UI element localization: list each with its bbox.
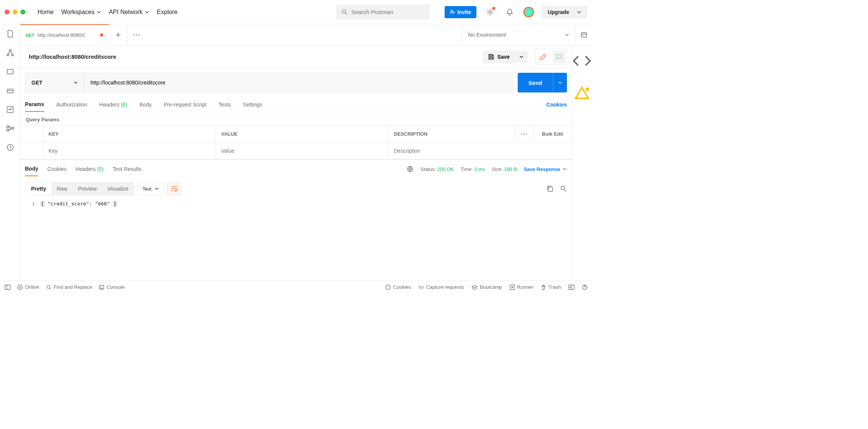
method-label: GET: [31, 80, 42, 86]
response-view-segment: Pretty Raw Preview Visualize: [25, 182, 134, 196]
request-tab[interactable]: GET http://localhost:8080/c: [20, 24, 109, 45]
search-response-icon[interactable]: [560, 185, 567, 192]
save-label: Save: [497, 54, 510, 60]
history-icon[interactable]: [6, 143, 14, 152]
maximize-window-icon[interactable]: [20, 9, 25, 14]
nav-home[interactable]: Home: [37, 9, 54, 16]
antenna-icon: [418, 285, 424, 290]
tab-authorization[interactable]: Authorization: [56, 97, 87, 112]
nav-api-network[interactable]: API Network: [109, 9, 149, 16]
view-raw[interactable]: Raw: [52, 183, 73, 195]
tab-params[interactable]: Params: [25, 97, 44, 112]
sb-trash[interactable]: Trash: [541, 284, 561, 290]
svg-point-13: [133, 34, 134, 35]
sb-runner[interactable]: Runner: [510, 284, 534, 290]
tab-more-button[interactable]: [127, 24, 145, 45]
panel-icon: [5, 285, 11, 290]
globe-icon[interactable]: [407, 166, 414, 172]
upgrade-button[interactable]: Upgrade: [542, 6, 587, 19]
info-icon[interactable]: [572, 84, 592, 104]
network-icon[interactable]: [6, 49, 14, 57]
cookies-link[interactable]: Cookies: [546, 102, 567, 108]
nav-explore[interactable]: Explore: [157, 9, 177, 16]
avatar[interactable]: [523, 7, 534, 17]
sb-cookies[interactable]: Cookies: [386, 284, 411, 290]
params-check-cell[interactable]: [20, 142, 43, 159]
notifications-button[interactable]: [504, 6, 516, 18]
sb-layout-button[interactable]: [568, 284, 575, 290]
edit-button[interactable]: [537, 51, 549, 63]
invite-button[interactable]: Invite: [445, 6, 477, 18]
chevron-down-icon: [577, 10, 581, 14]
params-table: KEY VALUE DESCRIPTION Bulk Edit: [20, 125, 571, 160]
environment-selector[interactable]: No Environment: [462, 24, 575, 45]
svg-point-29: [387, 287, 388, 287]
tab-prerequest[interactable]: Pre-request Script: [164, 97, 206, 112]
sb-console[interactable]: Console: [99, 284, 125, 290]
close-window-icon[interactable]: [5, 9, 9, 14]
send-dropdown-button[interactable]: [553, 73, 567, 92]
param-value-input[interactable]: [221, 148, 383, 154]
chevron-down-icon: [155, 186, 159, 191]
response-line: { "credit_score": "668" }: [40, 201, 117, 279]
sb-capture[interactable]: Capture requests: [418, 284, 464, 290]
sb-help-button[interactable]: [582, 284, 587, 290]
tab-tests[interactable]: Tests: [219, 97, 231, 112]
bulk-edit-button[interactable]: Bulk Edit: [534, 126, 571, 142]
format-selector[interactable]: Text: [137, 183, 164, 195]
tab-settings[interactable]: Settings: [243, 97, 262, 112]
url-input[interactable]: [84, 73, 513, 92]
mock-icon[interactable]: [6, 86, 14, 95]
nav-workspaces[interactable]: Workspaces: [61, 9, 101, 16]
wrap-lines-button[interactable]: [167, 182, 181, 196]
save-response-button[interactable]: Save Response: [524, 166, 567, 172]
save-response-label: Save Response: [524, 166, 560, 172]
sb-panel-button[interactable]: [5, 285, 11, 290]
comment-button[interactable]: [553, 51, 565, 63]
tab-headers[interactable]: Headers (6): [99, 97, 127, 112]
send-button[interactable]: Send: [518, 73, 553, 92]
more-horizontal-icon: [133, 34, 140, 36]
sb-bootcamp[interactable]: Bootcamp: [471, 284, 502, 290]
save-button[interactable]: Save: [483, 50, 515, 63]
monitor-icon[interactable]: [6, 105, 14, 114]
save-dropdown-button[interactable]: [515, 51, 528, 63]
tab-body[interactable]: Body: [139, 97, 151, 112]
file-icon[interactable]: [6, 30, 14, 38]
resp-tab-headers[interactable]: Headers (5): [76, 166, 104, 176]
more-horizontal-icon: [521, 133, 527, 135]
chevron-down-icon: [73, 80, 78, 85]
response-body[interactable]: 1 { "credit_score": "668" }: [20, 199, 571, 280]
param-desc-input[interactable]: [394, 148, 566, 154]
new-tab-button[interactable]: [109, 24, 127, 45]
params-more-button[interactable]: [515, 126, 534, 142]
minimize-window-icon[interactable]: [12, 9, 17, 14]
params-check-header: [20, 126, 43, 142]
flow-icon[interactable]: [6, 124, 14, 133]
save-icon: [488, 54, 494, 60]
view-preview[interactable]: Preview: [73, 183, 102, 195]
sb-capture-label: Capture requests: [426, 284, 464, 290]
view-visualize[interactable]: Visualize: [102, 183, 134, 195]
method-selector[interactable]: GET: [25, 73, 84, 92]
sb-online[interactable]: Online: [17, 284, 39, 290]
env-icon[interactable]: [6, 67, 14, 76]
graduation-icon: [471, 285, 478, 290]
env-quicklook-button[interactable]: [575, 24, 592, 45]
svg-point-1: [451, 10, 453, 12]
settings-button[interactable]: [484, 6, 496, 18]
window-controls[interactable]: [5, 9, 25, 14]
search-input[interactable]: [351, 9, 424, 15]
code-icon[interactable]: [572, 51, 592, 71]
search-box[interactable]: [336, 5, 429, 20]
comment-icon: [556, 53, 562, 60]
svg-point-25: [18, 285, 22, 290]
copy-icon[interactable]: [546, 185, 553, 192]
svg-point-5: [11, 54, 13, 56]
sb-find-replace[interactable]: Find and Replace: [46, 284, 92, 290]
view-pretty[interactable]: Pretty: [26, 183, 52, 195]
resp-tab-test-results[interactable]: Test Results: [113, 166, 142, 176]
param-key-input[interactable]: [48, 148, 210, 154]
resp-tab-body[interactable]: Body: [25, 166, 38, 176]
resp-tab-cookies[interactable]: Cookies: [47, 166, 67, 176]
